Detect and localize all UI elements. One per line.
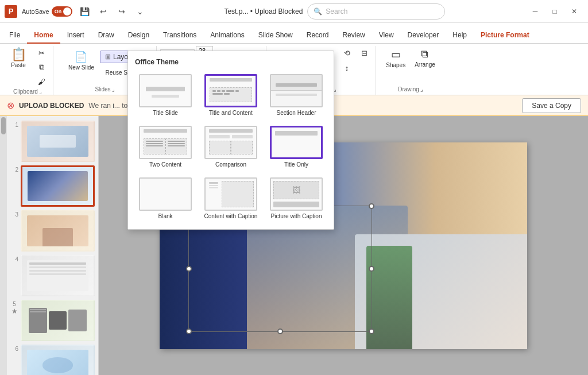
handle-br[interactable] [369, 328, 374, 334]
slide-img-6[interactable] [21, 345, 95, 375]
text-direction-button[interactable]: ⟲ [339, 46, 355, 60]
layout-label-title-content: Title and Content [209, 110, 253, 117]
clipboard-content: 📋 Paste ✂ ⧉ 🖌 [6, 46, 49, 88]
title-bar-tools: 💾 ↩ ↪ ⌄ [77, 3, 148, 20]
tab-slideshow[interactable]: Slide Show [252, 28, 300, 44]
left-scroll[interactable] [0, 116, 7, 375]
drawing-content: ▭ Shapes ⧉ Arrange [382, 46, 439, 86]
format-painter-button[interactable]: 🖌 [33, 75, 49, 88]
autosave-label: AutoSave [22, 8, 49, 15]
powerpoint-logo: P [5, 5, 17, 18]
tab-transitions[interactable]: Transitions [156, 28, 203, 44]
save-copy-button[interactable]: Save a Copy [522, 98, 581, 113]
slide-thumb-2[interactable]: 2 [10, 165, 95, 207]
layout-item-section-header[interactable]: Section Header [266, 72, 327, 119]
tab-picture-format[interactable]: Picture Format [474, 28, 536, 44]
layout-grid: Title Slide Title and Content Se [135, 72, 327, 222]
lp-comp-left [209, 141, 231, 154]
columns-button[interactable]: ⊟ [356, 46, 372, 60]
new-slide-button[interactable]: 📄 New Slide [65, 48, 98, 73]
tab-view[interactable]: View [372, 28, 401, 44]
tab-animations[interactable]: Animations [203, 28, 251, 44]
slide-img-2[interactable] [21, 165, 95, 207]
layout-item-comparison[interactable]: Comparison [200, 123, 261, 171]
slide-thumb-4[interactable]: 4 [10, 255, 95, 296]
slide-num-5: 5★ [10, 301, 18, 315]
tab-file[interactable]: File [2, 28, 27, 44]
layout-label-picture-caption: Picture with Caption [271, 213, 322, 220]
tab-developer[interactable]: Developer [401, 28, 446, 44]
maximize-button[interactable]: □ [546, 2, 564, 21]
paste-icon: 📋 [11, 48, 26, 61]
handle-bm[interactable] [277, 328, 283, 334]
tab-draw[interactable]: Draw [91, 28, 121, 44]
slide-thumb-1[interactable]: 1 [10, 121, 95, 162]
layout-item-title-slide[interactable]: Title Slide [135, 72, 196, 119]
layout-item-title-only[interactable]: Title Only [266, 123, 327, 171]
slide-num-3: 3 [10, 211, 18, 218]
minimize-button[interactable]: ─ [526, 2, 544, 21]
layout-item-content-caption[interactable]: Content with Caption [200, 175, 261, 222]
save-icon[interactable]: 💾 [77, 3, 93, 20]
search-box[interactable]: 🔍 Search [307, 3, 445, 20]
layout-item-picture-caption[interactable]: 🖼 Picture with Caption [266, 175, 327, 222]
line-spacing-button[interactable]: ↕ [339, 61, 355, 75]
layout-item-blank[interactable]: Blank [135, 175, 196, 222]
title-center: Test.p... • Upload Blocked 🔍 Search [153, 3, 517, 20]
layout-preview-title-content [204, 74, 257, 107]
ribbon-tabs: File Home Insert Draw Design Transitions… [0, 23, 588, 44]
undo-icon[interactable]: ↩ [95, 3, 111, 20]
slide-thumb-5[interactable]: 5★ [10, 300, 95, 341]
tab-review[interactable]: Review [335, 28, 372, 44]
picture-caption-icon: 🖼 [292, 185, 300, 195]
slide-thumb-3[interactable]: 3 [10, 210, 95, 252]
layout-label-blank: Blank [158, 213, 172, 220]
paste-button[interactable]: 📋 Paste [6, 46, 31, 71]
drawing-expand-icon[interactable]: ⌟ [420, 86, 423, 92]
handle-ml[interactable] [186, 266, 192, 272]
tab-insert[interactable]: Insert [60, 28, 91, 44]
cut-button[interactable]: ✂ [33, 46, 49, 60]
layout-dropdown-title: Office Theme [135, 58, 327, 66]
slides-expand-icon[interactable]: ⌟ [112, 86, 115, 92]
tab-design[interactable]: Design [121, 28, 156, 44]
slide-img-1[interactable] [21, 121, 95, 162]
layout-preview-picture-caption: 🖼 [270, 177, 323, 211]
layout-preview-blank [139, 177, 192, 211]
layout-preview-comparison [204, 126, 257, 159]
slide-thumb-6[interactable]: 6 [10, 345, 95, 375]
autosave-toggle[interactable]: On [52, 6, 72, 17]
layout-item-two-content[interactable]: Two Content [135, 123, 196, 171]
slide-img-3[interactable] [21, 210, 95, 252]
slide-num-6: 6 [10, 346, 18, 352]
copy-button[interactable]: ⧉ [33, 60, 49, 74]
layout-icon: ⊞ [105, 53, 111, 61]
slide-num-2: 2 [10, 167, 18, 173]
layout-item-title-content[interactable]: Title and Content [200, 72, 261, 119]
lp-title-bar [210, 78, 252, 82]
tab-home[interactable]: Home [27, 28, 60, 44]
slide-img-5[interactable] [21, 300, 95, 341]
slide-num-1: 1 [10, 122, 18, 128]
customize-icon[interactable]: ⌄ [132, 3, 148, 20]
lp-two-title [144, 129, 187, 133]
handle-mr[interactable] [369, 266, 374, 272]
clipboard-expand-icon[interactable]: ⌟ [39, 88, 42, 95]
redo-icon[interactable]: ↪ [114, 3, 130, 20]
tab-record[interactable]: Record [300, 28, 336, 44]
close-button[interactable]: ✕ [565, 2, 583, 21]
search-icon: 🔍 [314, 7, 322, 16]
shapes-button[interactable]: ▭ Shapes [382, 46, 409, 71]
clipboard-col: ✂ ⧉ 🖌 [33, 46, 49, 88]
layout-preview-section-header [270, 74, 323, 107]
handle-tr[interactable] [369, 203, 374, 209]
slide-num-4: 4 [10, 256, 18, 262]
layout-preview-title-only [270, 126, 323, 159]
lp-comp-title [209, 129, 253, 133]
tab-help[interactable]: Help [446, 28, 474, 44]
slide-img-4[interactable] [21, 255, 95, 296]
toggle-knob [63, 7, 71, 16]
handle-bl[interactable] [186, 328, 192, 334]
notification-bold-text: UPLOAD BLOCKED [19, 102, 84, 110]
arrange-button[interactable]: ⧉ Arrange [411, 46, 439, 70]
